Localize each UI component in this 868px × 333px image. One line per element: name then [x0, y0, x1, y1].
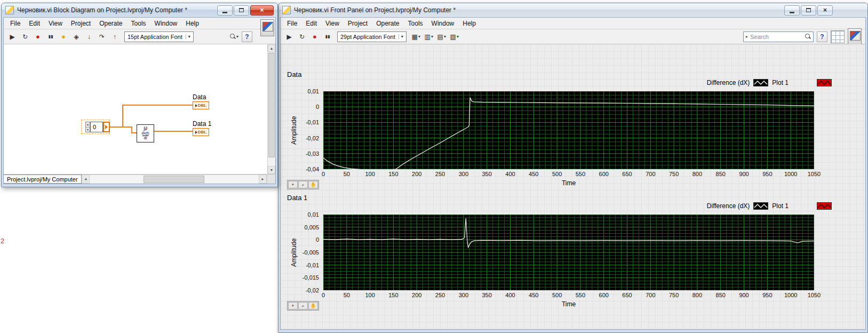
increment-icon[interactable]: ▲ [86, 122, 90, 128]
abort-button[interactable]: ● [309, 31, 321, 43]
legend-swatch-icon[interactable] [753, 79, 768, 86]
waveform-chart-data-1: Data 1Difference (dX)Plot 10,010,0050-0,… [285, 194, 834, 318]
bd-menu-view[interactable]: View [44, 18, 67, 29]
crosshair-tool[interactable]: + [288, 302, 298, 310]
pan-tool[interactable]: ✋ [308, 181, 318, 188]
run-continuous-button[interactable]: ↻ [19, 31, 31, 43]
step-over-button[interactable]: ↷ [96, 31, 108, 43]
indicator-label-data-1: Data 1 [193, 120, 211, 128]
wire-segment[interactable] [107, 126, 132, 128]
text-settings-button[interactable]: ▤▾ [436, 31, 448, 43]
context-help-button[interactable]: ? [242, 31, 252, 42]
x-axis-tick-label: 300 [452, 171, 475, 177]
x-axis-tick-label: 400 [498, 292, 522, 298]
search-input[interactable]: ▸ Search [743, 31, 814, 42]
scrollbar-thumb[interactable] [144, 176, 204, 183]
fp-titlebar[interactable]: Черновик.vi Front Panel on Project.lvpro… [278, 3, 867, 17]
maximize-button[interactable] [234, 5, 249, 15]
distribute-objects-button[interactable]: ▥▾ [423, 31, 435, 43]
step-out-button[interactable]: ↑ [109, 31, 121, 43]
reorder-button[interactable]: ▧▾ [449, 31, 460, 43]
numeric-control[interactable]: 0 [90, 122, 103, 132]
bd-menu-operate[interactable]: Operate [95, 18, 126, 29]
x-axis-tick-label: 400 [498, 171, 522, 177]
fp-menu-operate[interactable]: Operate [372, 18, 403, 29]
fp-font-selector[interactable]: 29pt Application Font ▾ [337, 31, 407, 42]
graph-palette: +⌕✋ [287, 301, 319, 311]
fp-menu-file[interactable]: File [283, 18, 301, 29]
maximize-button[interactable] [801, 5, 816, 15]
project-context-tab[interactable]: Project.lvproj/My Computer [4, 175, 82, 184]
legend-swatch-icon[interactable] [817, 202, 832, 210]
chevron-down-icon: ▾ [457, 34, 459, 39]
bd-font-selector[interactable]: 15pt Application Font ▾ [124, 31, 194, 42]
pause-button[interactable]: ▮▮ [322, 31, 333, 43]
scroll-left-icon[interactable]: ◂ [82, 175, 90, 184]
search-button[interactable]: ▾ [228, 31, 240, 43]
indicator-terminal-data-1[interactable]: DBL [193, 128, 209, 136]
x-axis-tick-label: 900 [732, 171, 756, 177]
legend-label[interactable]: Plot 1 [772, 202, 789, 210]
waveform-plot-area[interactable] [323, 215, 814, 290]
scrollbar-thumb[interactable] [268, 53, 275, 157]
scroll-right-icon[interactable]: ▸ [259, 175, 267, 184]
bd-menu-tools[interactable]: Tools [127, 18, 150, 29]
run-button[interactable]: ▶ [283, 31, 295, 43]
x-axis-label: Time [323, 179, 814, 187]
grid-alignment-button[interactable] [831, 30, 845, 43]
abort-button[interactable]: ● [32, 31, 44, 43]
bd-titlebar[interactable]: Черновик.vi Block Diagram on Project.lvp… [2, 3, 277, 17]
step-into-button[interactable]: ↓ [83, 31, 95, 43]
vertical-scrollbar[interactable]: ▲ ▼ [267, 44, 275, 174]
indicator-terminal-data[interactable]: DBL [193, 101, 209, 109]
legend-swatch-icon[interactable] [817, 79, 832, 86]
y-axis-tick-label: 0,01 [285, 211, 319, 218]
minimize-button[interactable] [784, 5, 800, 15]
minimize-button[interactable] [217, 5, 233, 15]
scroll-up-icon[interactable]: ▲ [268, 44, 275, 52]
waveform-plot-area[interactable] [323, 91, 814, 169]
bd-menu-window[interactable]: Window [150, 18, 182, 29]
fp-menu-project[interactable]: Project [344, 18, 372, 29]
highlight-execution-button[interactable]: ● [58, 31, 69, 43]
retain-wire-values-button[interactable]: ◈ [70, 31, 82, 43]
align-objects-button[interactable]: ▦▾ [410, 31, 422, 43]
wire-segment[interactable] [122, 105, 193, 106]
pause-button[interactable]: ▮▮ [45, 31, 57, 43]
fp-menu-help[interactable]: Help [458, 18, 480, 29]
legend-label[interactable]: Difference (dX) [707, 202, 750, 210]
bd-menu-file[interactable]: File [6, 18, 25, 29]
bd-menu-help[interactable]: Help [181, 18, 203, 29]
increment-decrement-buttons[interactable]: ▲ ▼ [85, 122, 90, 132]
control-terminal[interactable] [103, 122, 110, 132]
block-diagram-area[interactable]: ▲ ▼ 0 ∫∂ dx(t) dt Data DBL Data 1 DBL [4, 44, 275, 175]
context-help-button[interactable]: ? [817, 31, 827, 42]
resize-grip[interactable] [267, 175, 275, 184]
wire-segment[interactable] [154, 131, 193, 132]
fp-menu-view[interactable]: View [321, 18, 344, 29]
zoom-tool[interactable]: ⌕ [298, 181, 308, 188]
close-button[interactable]: × [250, 5, 274, 15]
close-button[interactable]: × [817, 5, 833, 15]
x-axis-tick-label: 550 [569, 292, 592, 298]
decrement-icon[interactable]: ▼ [86, 128, 90, 132]
pan-tool[interactable]: ✋ [308, 302, 318, 310]
run-continuous-button[interactable]: ↻ [296, 31, 308, 43]
run-button[interactable]: ▶ [6, 31, 18, 43]
x-axis-tick-label: 650 [616, 171, 639, 177]
legend-swatch-icon[interactable] [753, 202, 768, 210]
zoom-tool[interactable]: ⌕ [298, 302, 308, 310]
legend-label[interactable]: Difference (dX) [707, 79, 750, 86]
legend-label[interactable]: Plot 1 [772, 79, 789, 86]
bd-menu-project[interactable]: Project [67, 18, 95, 29]
horizontal-scrollbar[interactable] [90, 175, 259, 184]
scroll-down-icon[interactable]: ▼ [268, 166, 275, 174]
fp-menu-tools[interactable]: Tools [404, 18, 427, 29]
fp-menu-window[interactable]: Window [427, 18, 459, 29]
bd-menu-edit[interactable]: Edit [25, 18, 44, 29]
wire-segment[interactable] [122, 105, 123, 128]
derivative-function-block[interactable]: ∫∂ dx(t) dt [137, 124, 154, 142]
chevron-down-icon: ▾ [186, 34, 190, 39]
fp-menu-edit[interactable]: Edit [301, 18, 321, 29]
crosshair-tool[interactable]: + [288, 181, 298, 188]
